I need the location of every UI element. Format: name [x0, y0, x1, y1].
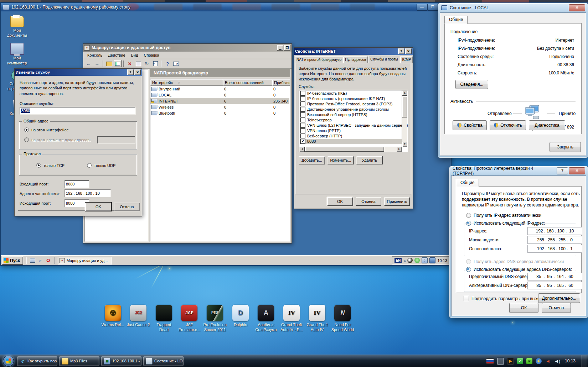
- refresh-icon[interactable]: ↻: [143, 60, 151, 67]
- checkbox-unchecked[interactable]: [300, 112, 305, 117]
- vertical-scrollbar[interactable]: ▲ ▼: [402, 90, 407, 147]
- ip-address-field[interactable]: 192 . 168 . 100 . 10: [527, 227, 582, 235]
- checkbox-unchecked[interactable]: [300, 101, 305, 106]
- add-button[interactable]: Добавить...: [299, 156, 325, 164]
- close-button[interactable]: ✕: [569, 167, 585, 174]
- desktop-icon-anabioz[interactable]: AАнабиоз:Сон Разума: [254, 305, 278, 332]
- interface-row[interactable]: Внутренний 0 0: [150, 86, 289, 92]
- interface-row[interactable]: Wireless 0 0: [150, 104, 289, 110]
- tray-lan-icon[interactable]: [429, 257, 435, 263]
- restore-button[interactable]: ❐: [427, 4, 438, 11]
- help-button[interactable]: ?: [127, 69, 134, 75]
- checkbox-unchecked[interactable]: [300, 107, 305, 112]
- checkbox-unchecked[interactable]: [300, 96, 305, 101]
- service-item-selected[interactable]: ✓8080: [300, 139, 402, 144]
- dialog-titlebar[interactable]: Свойства: Протокол Интернета версии 4 (T…: [449, 166, 588, 175]
- incoming-port-input[interactable]: 8080: [65, 180, 89, 188]
- help-button[interactable]: ?: [398, 48, 404, 54]
- minimize-button[interactable]: —: [417, 4, 427, 11]
- tray-language-flag-icon[interactable]: [486, 358, 494, 364]
- radio-icon[interactable]: [24, 127, 29, 132]
- dialog-titlebar[interactable]: Свойства: INTERNET ? ✕: [294, 48, 413, 55]
- show-panel-icon[interactable]: ▶: [172, 60, 180, 67]
- help-icon[interactable]: ?: [164, 60, 171, 67]
- help-button[interactable]: ?: [557, 167, 568, 174]
- cancel-button[interactable]: Отмена: [114, 203, 140, 211]
- diagnose-button[interactable]: Диагностика: [529, 120, 565, 130]
- radio-auto-dns[interactable]: Получить адрес DNS-сервера автоматически: [466, 259, 564, 264]
- tab-general[interactable]: Общие: [456, 179, 479, 187]
- show-tree-icon[interactable]: [114, 60, 122, 67]
- radio-udp-only[interactable]: только UDP: [87, 163, 115, 168]
- delete-button[interactable]: Удалить: [356, 156, 383, 164]
- server-clock[interactable]: 10:13: [437, 258, 447, 263]
- column-inbound[interactable]: Прибывших п: [272, 79, 290, 86]
- subnet-mask-field[interactable]: 255 . 255 . 255 . 0: [527, 236, 582, 244]
- export-list-icon[interactable]: ▸: [151, 60, 159, 67]
- interface-row[interactable]: Bluetooth 0 0: [150, 110, 289, 116]
- scroll-thumb[interactable]: [305, 147, 384, 152]
- host-clock[interactable]: 10:13: [565, 358, 576, 363]
- desktop-icon-worms[interactable]: ☢Worms:Rel...: [101, 305, 125, 332]
- preferred-dns-field[interactable]: 85 . 95 . 164 . 60: [527, 273, 582, 281]
- tray-opera-icon[interactable]: [407, 258, 413, 263]
- desktop-icon-dolphin[interactable]: DDolphin: [228, 305, 252, 332]
- column-interface[interactable]: Интерфейс▽: [150, 79, 223, 86]
- interface-row[interactable]: LOCAL 0 0: [150, 92, 289, 98]
- edit-button[interactable]: Изменить...: [327, 156, 354, 164]
- menu-console[interactable]: Консоль: [84, 52, 105, 58]
- alternate-dns-field[interactable]: 85 . 95 . 165 . 60: [527, 282, 582, 289]
- tray-muted-speaker-icon[interactable]: ◄: [545, 358, 551, 364]
- checkbox-checked[interactable]: ✓: [300, 139, 305, 144]
- desktop-icon-pes-2011[interactable]: PESPro EvolutionSoccer 2011: [203, 305, 227, 332]
- taskbar-button-rdp[interactable]: ▦ 192.168.100.1 - Подк...: [101, 356, 141, 366]
- properties-button[interactable]: Свойства: [453, 120, 487, 130]
- radio-icon[interactable]: [24, 137, 29, 142]
- details-button[interactable]: Сведения...: [455, 80, 488, 89]
- disable-button[interactable]: Отключить: [490, 120, 526, 130]
- service-item[interactable]: Дистанционное управление рабочим столом: [300, 107, 402, 112]
- desktop-icon-just-cause-2[interactable]: JC2Just Cause 2: [127, 305, 150, 332]
- checkbox-unchecked[interactable]: [300, 133, 305, 138]
- tray-network-activity-icon[interactable]: ): [422, 257, 428, 263]
- start-button[interactable]: Пуск: [2, 256, 23, 265]
- tray-media-player-icon[interactable]: ▶: [507, 358, 514, 365]
- service-item[interactable]: Протокол Post-Office Protocol, версия 3 …: [300, 101, 402, 107]
- taskbar-button-mp3-files[interactable]: Mp3 Files: [59, 356, 99, 366]
- tray-messenger-icon[interactable]: ❀: [526, 358, 532, 364]
- close-button[interactable]: ✕: [405, 48, 412, 54]
- radio-icon[interactable]: [87, 163, 92, 168]
- scroll-right-icon[interactable]: ►: [397, 147, 402, 152]
- horizontal-scrollbar[interactable]: ◄ ►: [299, 147, 402, 152]
- close-dialog-button[interactable]: Закрыть: [550, 142, 581, 152]
- scroll-up-icon[interactable]: ▲: [402, 90, 407, 96]
- menu-help[interactable]: Справка: [141, 52, 162, 58]
- checkbox-unchecked[interactable]: [300, 117, 305, 122]
- column-total-mappings[interactable]: Всего сопоставлений: [223, 79, 272, 86]
- cancel-button[interactable]: Отмена: [542, 303, 571, 313]
- service-item[interactable]: Веб-сервер (HTTP): [300, 133, 402, 139]
- tray-chevron[interactable]: «: [403, 258, 406, 263]
- checkbox-unchecked[interactable]: [300, 91, 305, 96]
- menu-view[interactable]: Вид: [128, 52, 141, 58]
- tray-utorrent-icon[interactable]: [414, 258, 420, 263]
- desktop-icon-gta4-episodes[interactable]: IVGrand TheftAuto IV - E...: [280, 305, 304, 332]
- internet-explorer-icon[interactable]: e: [37, 257, 43, 263]
- tab-services-ports[interactable]: Службы и порты: [368, 56, 400, 63]
- radio-icon[interactable]: [466, 213, 471, 218]
- menu-action[interactable]: Действие: [105, 52, 128, 58]
- server-icon-my-documents[interactable]: Мои документы: [4, 16, 31, 38]
- radio-pool-entry[interactable]: на этом элементе пула адресов:: [24, 137, 91, 142]
- radio-auto-ip[interactable]: Получить IP-адрес автоматически: [466, 213, 541, 218]
- tab-nat-firewall[interactable]: NAT и простой брандмауэр: [295, 56, 343, 63]
- properties-icon[interactable]: [134, 60, 142, 67]
- desktop-icon-trapped-dead[interactable]: TrappedDead: [152, 305, 176, 332]
- service-item[interactable]: VPN-шлюз (L2TP/IPSEC - запущен на данном…: [300, 123, 402, 128]
- validate-settings-checkbox[interactable]: Подтвердить параметры при выходе: [464, 296, 545, 301]
- minimize-button[interactable]: ▁: [277, 45, 283, 51]
- scroll-left-icon[interactable]: ◄: [299, 147, 305, 152]
- scroll-thumb[interactable]: [402, 96, 407, 117]
- task-button-routing[interactable]: ♦ Маршрутизация и уд...: [58, 257, 112, 264]
- dialog-titlebar[interactable]: Состояние - LOCAL ✕: [438, 3, 588, 12]
- service-item[interactable]: VPN-шлюз (PPTP): [300, 128, 402, 133]
